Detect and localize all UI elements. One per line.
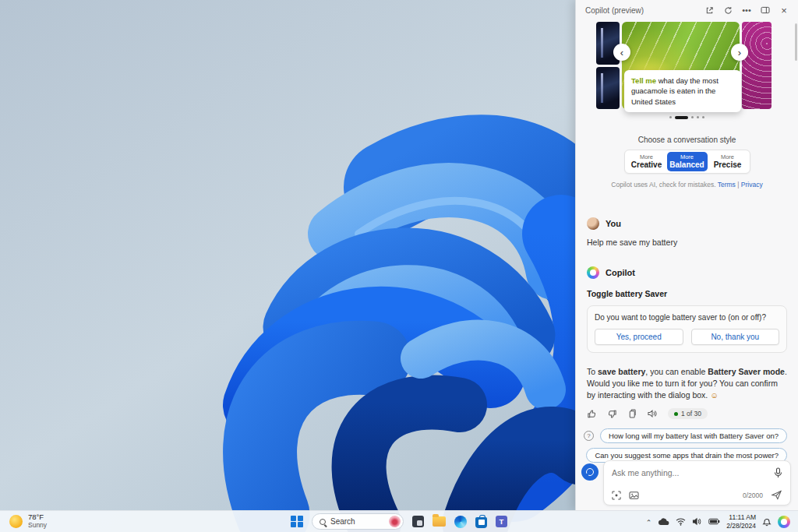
search-icon xyxy=(320,519,326,525)
carousel-dots[interactable] xyxy=(576,116,798,119)
panel-scrollbar[interactable] xyxy=(795,23,797,61)
composer: 0/2000 xyxy=(581,460,791,506)
edge-browser-icon[interactable] xyxy=(454,516,467,528)
composer-box: 0/2000 xyxy=(603,460,791,506)
file-explorer-icon[interactable] xyxy=(433,516,446,527)
response-pagination: 1 of 30 xyxy=(668,408,708,419)
search-highlight-icon xyxy=(389,516,401,527)
conversation-style-label: Choose a conversation style xyxy=(576,136,798,144)
inspiration-carousel: ‹ › Tell me what day the most guacamole … xyxy=(596,22,772,109)
ask-input[interactable] xyxy=(612,468,769,477)
style-option-creative[interactable]: More Creative xyxy=(627,152,667,171)
pagination-dot xyxy=(674,412,678,416)
sun-icon xyxy=(9,515,23,528)
assistant-message: To save battery, you can enable Battery … xyxy=(587,366,787,402)
clock-time: 11:11 AM xyxy=(726,513,756,522)
hidden-icons-chevron-icon[interactable]: ⌃ xyxy=(646,519,652,527)
teams-icon[interactable]: T xyxy=(496,516,507,527)
microsoft-store-icon[interactable] xyxy=(475,517,487,528)
weather-condition: Sunny xyxy=(28,522,47,530)
carousel-dot[interactable] xyxy=(702,116,704,118)
help-icon[interactable]: ? xyxy=(584,431,594,441)
add-image-icon[interactable] xyxy=(629,491,639,500)
smile-emoji: ☺ xyxy=(710,390,719,400)
volume-icon[interactable] xyxy=(692,517,702,526)
style-option-balanced[interactable]: More Balanced xyxy=(667,152,708,171)
wifi-icon[interactable] xyxy=(676,518,686,526)
no-thank-you-button[interactable]: No, thank you xyxy=(691,329,780,345)
answer-heading: Toggle battery Saver xyxy=(587,289,787,298)
carousel-next-slide[interactable] xyxy=(742,22,772,109)
style-option-precise[interactable]: More Precise xyxy=(708,152,748,171)
copilot-logo-icon xyxy=(587,266,599,279)
system-tray: ⌃ 11:11 AM xyxy=(646,511,798,532)
taskbar: 78°F Sunny Search T ⌃ xyxy=(0,510,798,532)
carousel-prev-button[interactable]: ‹ xyxy=(613,44,630,61)
char-counter: 0/2000 xyxy=(743,491,763,499)
conversation-style-picker: More Creative More Balanced More Precise xyxy=(624,150,750,174)
task-view-icon[interactable] xyxy=(412,516,424,527)
message-actions: 1 of 30 xyxy=(587,408,787,419)
new-topic-button[interactable] xyxy=(581,463,598,481)
clock[interactable]: 11:11 AM 2/28/2024 xyxy=(726,513,756,530)
carousel-dot[interactable] xyxy=(669,116,672,118)
battery-icon[interactable] xyxy=(708,518,720,525)
refresh-icon[interactable] xyxy=(719,2,737,18)
carousel-thumbnail-bottom[interactable] xyxy=(596,67,620,110)
copy-icon[interactable] xyxy=(627,409,637,419)
microphone-icon[interactable] xyxy=(774,467,782,478)
taskbar-center: Search T xyxy=(291,511,507,532)
carousel-dot[interactable] xyxy=(691,116,694,118)
close-icon[interactable]: × xyxy=(775,2,793,18)
weather-widget[interactable]: 78°F Sunny xyxy=(0,511,56,532)
search-box[interactable]: Search xyxy=(312,513,404,530)
privacy-link[interactable]: Privacy xyxy=(741,181,763,188)
thumbs-up-icon[interactable] xyxy=(587,409,597,419)
read-aloud-icon[interactable] xyxy=(647,409,658,418)
carousel-tooltip[interactable]: Tell me what day the most guacamole is e… xyxy=(624,70,741,112)
open-in-window-icon[interactable] xyxy=(700,2,719,18)
search-label: Search xyxy=(330,517,355,526)
onedrive-cloud-icon[interactable] xyxy=(658,518,669,526)
thumbs-down-icon[interactable] xyxy=(607,409,617,419)
terms-link[interactable]: Terms xyxy=(718,181,736,188)
clock-date: 2/28/2024 xyxy=(726,522,756,530)
notification-bell-icon[interactable] xyxy=(762,516,772,527)
battery-saver-dialog: Do you want to toggle battery saver to (… xyxy=(587,305,787,353)
more-options-icon[interactable]: ••• xyxy=(737,2,756,18)
send-icon[interactable] xyxy=(771,490,782,500)
assistant-name: Copilot xyxy=(606,268,635,277)
chat-thread: You Help me save my battery Copilot Togg… xyxy=(576,217,798,483)
carousel-dot-active[interactable] xyxy=(675,116,688,119)
tooltip-highlight: Tell me xyxy=(631,76,656,85)
start-button-icon[interactable] xyxy=(291,516,303,528)
copilot-panel: Copilot (preview) ••• xyxy=(575,0,798,510)
panel-title: Copilot (preview) xyxy=(585,6,644,15)
desktop: Copilot (preview) ••• xyxy=(0,0,798,532)
user-name: You xyxy=(606,219,621,228)
copilot-titlebar: Copilot (preview) ••• xyxy=(576,0,798,20)
user-avatar xyxy=(587,217,599,230)
dialog-question: Do you want to toggle battery saver to (… xyxy=(595,313,779,322)
carousel-dot[interactable] xyxy=(697,116,699,118)
copilot-taskbar-icon[interactable] xyxy=(778,516,790,528)
ai-disclaimer: Copilot uses AI, check for mistakes. Ter… xyxy=(576,181,798,188)
suggestion-chip[interactable]: How long will my battery last with Batte… xyxy=(600,428,787,443)
dock-icon[interactable] xyxy=(756,2,775,18)
user-message: Help me save my battery xyxy=(587,238,787,247)
screenshot-icon[interactable] xyxy=(612,491,621,500)
yes-proceed-button[interactable]: Yes, proceed xyxy=(595,329,683,345)
carousel-next-button[interactable]: › xyxy=(731,44,748,61)
